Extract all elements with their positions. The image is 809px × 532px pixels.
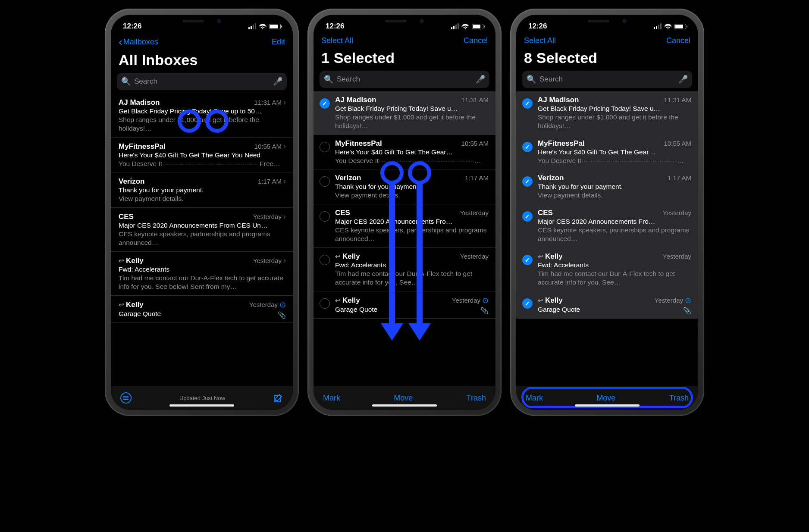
trash-button[interactable]: Trash <box>669 394 689 403</box>
search-field[interactable]: 🔍Search🎤 <box>117 73 287 90</box>
signal-icon <box>654 23 662 29</box>
mic-icon[interactable]: 🎤 <box>678 75 688 84</box>
message-sender: MyFitnessPal <box>335 139 382 148</box>
mark-button[interactable]: Mark <box>323 394 340 403</box>
message-time: 11:31 AM <box>664 96 691 103</box>
message-row[interactable]: Verizon1:17 AMThank you for your payment… <box>516 169 698 204</box>
trash-button[interactable]: Trash <box>467 394 486 403</box>
attachment-icon: 📎 <box>278 311 286 319</box>
message-sender: MyFitnessPal <box>538 139 585 148</box>
message-row[interactable]: CESYesterdayMajor CES 2020 Announcements… <box>314 204 495 248</box>
message-row[interactable]: ↩KellyYesterday⊙Garage Quote📎 <box>516 291 698 319</box>
select-checkbox[interactable] <box>522 98 533 109</box>
home-indicator[interactable] <box>575 404 640 407</box>
mark-button[interactable]: Mark <box>526 394 543 403</box>
select-checkbox[interactable] <box>320 142 330 152</box>
search-icon: 🔍 <box>121 77 131 86</box>
message-sender: ↩Kelly <box>538 296 563 305</box>
move-button[interactable]: Move <box>394 394 413 403</box>
select-checkbox[interactable] <box>320 98 330 109</box>
search-field[interactable]: 🔍Search🎤 <box>320 71 489 88</box>
select-checkbox[interactable] <box>320 176 330 187</box>
message-list[interactable]: AJ Madison11:31 AMGet Black Friday Prici… <box>314 91 495 386</box>
message-sender: ↩Kelly <box>119 257 144 265</box>
thread-icon[interactable]: ⊙ <box>279 300 286 310</box>
nav-right-button[interactable]: Cancel <box>464 36 488 45</box>
message-row[interactable]: ↩KellyYesterdayFwd: AccelerantsTim had m… <box>516 248 698 291</box>
message-preview: View payment details. <box>119 194 286 203</box>
message-subject: Thank you for your payment. <box>119 186 286 194</box>
thread-icon[interactable]: ⊙ <box>482 296 489 305</box>
message-row[interactable]: ↩KellyYesterday›Fwd: AccelerantsTim had … <box>111 252 293 296</box>
page-title: 8 Selected <box>516 48 698 71</box>
message-row[interactable]: MyFitnessPal10:55 AMHere's Your $40 Gift… <box>314 135 495 170</box>
message-sender: Verizon <box>538 174 564 182</box>
wifi-icon <box>664 24 672 29</box>
message-list[interactable]: AJ Madison11:31 AM›Get Black Friday Pric… <box>111 94 293 386</box>
message-subject: Garage Quote <box>119 310 286 318</box>
message-row[interactable]: MyFitnessPal10:55 AMHere's Your $40 Gift… <box>516 135 698 170</box>
message-row[interactable]: Verizon1:17 AM›Thank you for your paymen… <box>111 172 293 208</box>
move-button[interactable]: Move <box>596 394 615 403</box>
message-time: Yesterday <box>460 253 489 260</box>
battery-icon <box>674 24 686 29</box>
message-subject: Major CES 2020 Announcements From CES Un… <box>119 222 286 229</box>
message-time: Yesterday <box>663 209 691 216</box>
message-subject: Fwd: Accelerants <box>335 261 489 269</box>
message-time: Yesterday› <box>253 212 286 221</box>
message-preview: Shop ranges under $1,000 and get it befo… <box>538 113 691 130</box>
nav-right-button[interactable]: Edit <box>272 38 285 47</box>
select-checkbox[interactable] <box>522 176 533 187</box>
message-sender: ↩Kelly <box>119 300 144 309</box>
select-checkbox[interactable] <box>522 255 533 265</box>
message-preview: Tim had me contact our Dur-A-Flex tech t… <box>119 274 286 291</box>
message-row[interactable]: CESYesterdayMajor CES 2020 Announcements… <box>516 204 698 248</box>
nav-left-button[interactable]: Select All <box>524 36 556 45</box>
chevron-right-icon: › <box>283 98 286 107</box>
select-checkbox[interactable] <box>320 255 330 265</box>
home-indicator[interactable] <box>372 404 437 407</box>
mic-icon[interactable]: 🎤 <box>273 77 282 86</box>
message-time: 10:55 AM <box>461 140 489 147</box>
message-time: 10:55 AM› <box>254 142 286 151</box>
message-subject: Here's Your $40 Gift To Get The Gear… <box>335 148 489 156</box>
select-checkbox[interactable] <box>522 298 533 309</box>
message-list[interactable]: AJ Madison11:31 AMGet Black Friday Prici… <box>516 91 698 386</box>
message-preview: CES keynote speakers, partnerships and p… <box>538 226 691 243</box>
chevron-right-icon: › <box>283 177 286 186</box>
search-icon: 🔍 <box>324 75 333 84</box>
message-subject: Major CES 2020 Announcements Fro… <box>538 218 691 225</box>
message-row[interactable]: Verizon1:17 AMThank you for your payment… <box>314 169 495 204</box>
nav-left-button[interactable]: Select All <box>321 36 353 45</box>
message-sender: CES <box>335 209 350 217</box>
thread-icon[interactable]: ⊙ <box>685 296 691 305</box>
nav-right-button[interactable]: Cancel <box>666 36 690 45</box>
select-checkbox[interactable] <box>522 211 533 222</box>
nav-left-button[interactable]: ‹Mailboxes <box>119 36 158 47</box>
mic-icon[interactable]: 🎤 <box>476 75 485 84</box>
message-row[interactable]: ↩KellyYesterday⊙Garage Quote📎 <box>111 296 293 323</box>
message-sender: MyFitnessPal <box>119 142 166 151</box>
message-subject: Major CES 2020 Announcements Fro… <box>335 218 489 225</box>
message-sender: AJ Madison <box>335 96 376 104</box>
home-indicator[interactable] <box>169 404 234 407</box>
message-row[interactable]: CESYesterday›Major CES 2020 Announcement… <box>111 208 293 252</box>
message-row[interactable]: ↩KellyYesterday⊙Garage Quote📎 <box>314 291 495 319</box>
nav-bar: Select AllCancel <box>314 34 495 48</box>
message-row[interactable]: AJ Madison11:31 AM›Get Black Friday Pric… <box>111 94 293 138</box>
message-subject: Get Black Friday Pricing Today! Save up … <box>119 107 286 115</box>
message-time: 1:17 AM› <box>258 177 286 186</box>
select-checkbox[interactable] <box>320 298 330 309</box>
message-row[interactable]: MyFitnessPal10:55 AM›Here's Your $40 Gif… <box>111 138 293 173</box>
filter-button[interactable] <box>120 392 132 404</box>
search-field[interactable]: 🔍Search🎤 <box>522 71 692 88</box>
message-row[interactable]: ↩KellyYesterdayFwd: AccelerantsTim had m… <box>314 248 495 291</box>
select-checkbox[interactable] <box>320 211 330 222</box>
message-row[interactable]: AJ Madison11:31 AMGet Black Friday Prici… <box>516 91 698 135</box>
reply-icon: ↩ <box>335 297 341 304</box>
compose-button[interactable] <box>273 393 283 403</box>
select-checkbox[interactable] <box>522 142 533 152</box>
message-row[interactable]: AJ Madison11:31 AMGet Black Friday Prici… <box>314 91 495 135</box>
message-time: 1:17 AM <box>465 174 489 182</box>
message-subject: Fwd: Accelerants <box>119 266 286 273</box>
